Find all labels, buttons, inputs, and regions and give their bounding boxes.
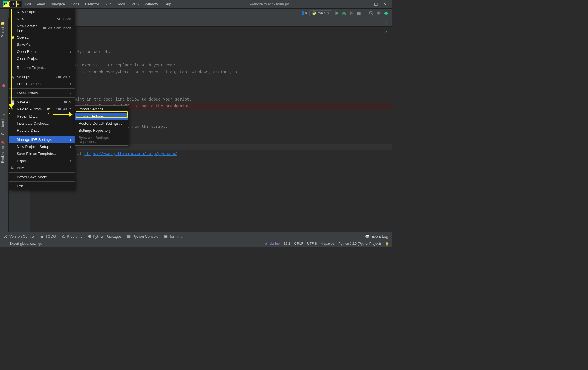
python-packages-tab[interactable]: ⬢ Python Packages: [88, 234, 122, 239]
breakpoint-icon[interactable]: [2, 84, 5, 87]
menu-item-power-save-mode[interactable]: Power Save Mode: [9, 173, 75, 181]
menu-view[interactable]: View: [34, 1, 47, 7]
search-button[interactable]: [369, 11, 374, 16]
menu-item-restart-ide[interactable]: Restart IDE...: [9, 127, 75, 134]
menu-code[interactable]: Code: [68, 1, 82, 7]
chevron-down-icon: ▾: [327, 11, 329, 15]
close-button[interactable]: ✕: [384, 2, 387, 7]
svg-point-0: [343, 12, 346, 14]
menu-item-save-as[interactable]: Save As...: [9, 41, 75, 48]
menubar: PC FileEditViewNavigateCodeRefactorRunTo…: [0, 0, 392, 9]
indent-setting[interactable]: 4 spaces: [321, 242, 334, 246]
menu-help[interactable]: Help: [161, 1, 174, 7]
coverage-button[interactable]: [349, 11, 354, 16]
tool-windows-icon[interactable]: ▢: [2, 242, 5, 246]
minimize-button[interactable]: —: [365, 2, 369, 7]
menu-item-save-all[interactable]: 💾Save AllCtrl+S: [9, 99, 75, 106]
code-line[interactable]: # Use a breakpoint in the code line belo…: [32, 96, 392, 103]
code-line[interactable]: # See PyCharm help at https://www.jetbra…: [32, 150, 392, 157]
menu-item-new-project[interactable]: New Project...: [9, 8, 75, 15]
submenu-item-import-settings[interactable]: Import Settings...: [75, 106, 128, 113]
menu-item-invalidate-caches[interactable]: Invalidate Caches...: [9, 120, 75, 127]
python-console-tab[interactable]: ▦ Python Console: [127, 234, 158, 239]
stop-button[interactable]: [356, 11, 361, 16]
svg-rect-2: [357, 12, 360, 15]
menu-edit[interactable]: Edit: [22, 1, 34, 7]
menu-window[interactable]: Window: [142, 1, 161, 7]
user-icon[interactable]: 👤▾: [301, 11, 307, 15]
menu-vcs[interactable]: VCS: [129, 1, 142, 7]
menu-file[interactable]: File: [10, 1, 22, 7]
submenu-item-export-settings[interactable]: Export Settings...: [75, 113, 128, 120]
menu-separator: [9, 135, 75, 135]
code-line[interactable]: [32, 82, 392, 89]
menu-separator: [9, 88, 75, 89]
menu-item-open[interactable]: 📂Open...: [9, 34, 75, 41]
menu-separator: [9, 63, 75, 63]
submenu-item-restore-default-settings[interactable]: Restore Default Settings...: [75, 120, 128, 127]
line-separator[interactable]: CRLF: [294, 242, 303, 246]
file-menu-dropdown: New Project...New...Alt+InsertNew Scratc…: [9, 8, 75, 190]
menu-item-local-history[interactable]: Local History›: [9, 89, 75, 97]
tabnine-status[interactable]: ◈ tabnine: [265, 242, 280, 246]
svg-line-4: [372, 14, 373, 15]
status-bar: ▢ Export global settings ◈ tabnine 15:1 …: [0, 241, 392, 247]
run-gutter-icon[interactable]: ▶: [3, 111, 5, 118]
menu-item-manage-ide-settings[interactable]: Manage IDE Settings›: [9, 136, 75, 143]
menu-separator: [9, 97, 75, 98]
menu-item-close-project[interactable]: Close Project: [9, 55, 75, 62]
menu-item-exit[interactable]: Exit: [9, 183, 75, 190]
annotation-arrow: [53, 114, 70, 115]
debug-button[interactable]: [342, 11, 347, 16]
menu-item-new-scratch-file[interactable]: New Scratch FileCtrl+Alt+Shift+Insert: [9, 22, 75, 34]
menu-item-save-file-as-template[interactable]: Save File as Template...: [9, 150, 75, 157]
status-message: Export global settings: [9, 242, 42, 246]
python-icon: [312, 11, 316, 15]
run-config-selector[interactable]: main ▾: [309, 10, 332, 16]
menu-item-open-recent[interactable]: Open Recent›: [9, 48, 75, 55]
menu-item-new[interactable]: New...Alt+Insert: [9, 15, 75, 22]
menu-separator: [9, 72, 75, 72]
settings-button[interactable]: [376, 11, 381, 16]
menu-refactor[interactable]: Refactor: [82, 1, 102, 7]
code-line[interactable]: def print_hi(name):: [32, 89, 392, 96]
menu-item-print[interactable]: 🖶Print...: [9, 164, 75, 172]
menu-item-new-projects-setup[interactable]: New Projects Setup›: [9, 143, 75, 150]
menu-navigate[interactable]: Navigate: [47, 1, 68, 7]
code-line[interactable]: # This is a sample Python script.: [32, 48, 392, 55]
code-line[interactable]: [32, 76, 392, 82]
tab-more-button[interactable]: ⋮: [381, 20, 392, 24]
project-tool-tab[interactable]: Project 📁: [0, 19, 6, 40]
terminal-tab[interactable]: ▣ Terminal: [164, 234, 183, 239]
manage-ide-settings-submenu: Import Settings...Export Settings...Rest…: [75, 105, 128, 146]
bottom-tool-bar: ⎇ Version Control ☷ TODO ⚠ Problems ⬢ Py…: [0, 232, 392, 241]
menu-item-reload-all-from-disk[interactable]: ↻Reload All from DiskCtrl+Alt+Y: [9, 106, 75, 113]
event-log-tab[interactable]: 💬 Event Log: [365, 234, 388, 239]
menu-item-rename-project[interactable]: Rename Project...: [9, 64, 75, 71]
lock-icon[interactable]: 🔒: [385, 242, 389, 246]
menu-run[interactable]: Run: [102, 1, 114, 7]
menu-tools[interactable]: Tools: [114, 1, 129, 7]
run-config-label: main: [318, 11, 326, 15]
svg-rect-1: [350, 11, 350, 15]
inspections-ok-icon[interactable]: ✔: [385, 28, 388, 35]
submenu-item-settings-repository[interactable]: Settings Repository...: [75, 127, 128, 134]
file-encoding[interactable]: UTF-8: [307, 242, 317, 246]
interpreter-setting[interactable]: Python 3.10 (PythonProject): [338, 242, 381, 246]
svg-point-3: [369, 11, 372, 14]
todo-tab[interactable]: ☷ TODO: [40, 234, 56, 239]
maximize-button[interactable]: ☐: [374, 2, 378, 7]
problems-tab[interactable]: ⚠ Problems: [62, 234, 82, 239]
version-control-tab[interactable]: ⎇ Version Control: [3, 234, 35, 239]
menu-item-settings[interactable]: 🔧Settings...Ctrl+Alt+S: [9, 73, 75, 80]
menu-item-file-properties[interactable]: File Properties›: [9, 80, 75, 87]
menu-item-export[interactable]: Export›: [9, 157, 75, 164]
jetbrains-toolbox-icon[interactable]: [384, 11, 389, 16]
menu-separator: [9, 172, 75, 173]
run-button[interactable]: [334, 11, 339, 16]
bookmarks-tool-tab[interactable]: Bookmarks 🔖: [0, 138, 6, 165]
code-line[interactable]: # Press Shift+F10 to execute it or repla…: [32, 62, 392, 69]
code-line[interactable]: [32, 55, 392, 62]
code-line[interactable]: # Press Double Shift to search everywher…: [32, 69, 392, 76]
cursor-position[interactable]: 15:1: [284, 242, 290, 246]
